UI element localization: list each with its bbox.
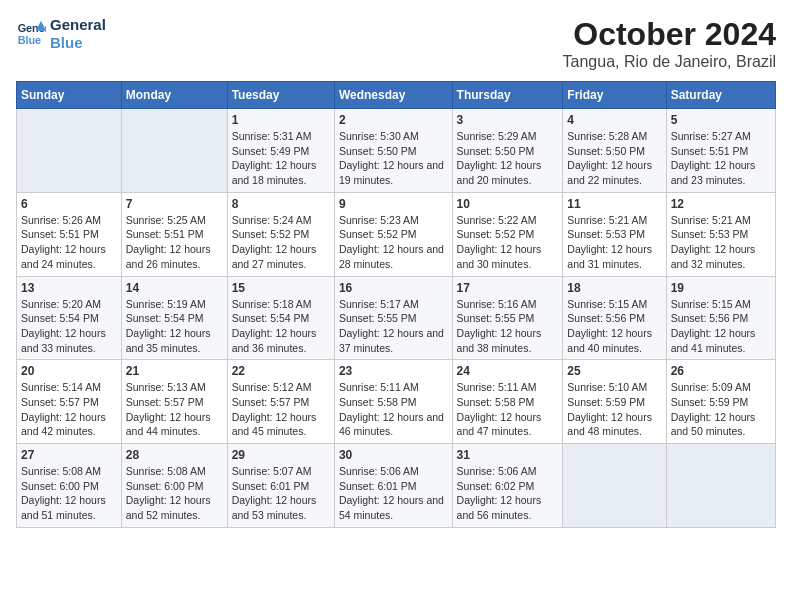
day-info: Sunrise: 5:06 AM Sunset: 6:02 PM Dayligh… [457,464,559,523]
day-number: 5 [671,113,771,127]
day-number: 13 [21,281,117,295]
day-info: Sunrise: 5:22 AM Sunset: 5:52 PM Dayligh… [457,213,559,272]
svg-text:Blue: Blue [18,34,41,46]
day-info: Sunrise: 5:09 AM Sunset: 5:59 PM Dayligh… [671,380,771,439]
day-cell: 31Sunrise: 5:06 AM Sunset: 6:02 PM Dayli… [452,444,563,528]
title-block: October 2024 Tangua, Rio de Janeiro, Bra… [563,16,776,71]
day-info: Sunrise: 5:31 AM Sunset: 5:49 PM Dayligh… [232,129,330,188]
day-info: Sunrise: 5:21 AM Sunset: 5:53 PM Dayligh… [671,213,771,272]
day-info: Sunrise: 5:28 AM Sunset: 5:50 PM Dayligh… [567,129,661,188]
day-number: 24 [457,364,559,378]
day-cell: 4Sunrise: 5:28 AM Sunset: 5:50 PM Daylig… [563,109,666,193]
day-cell: 30Sunrise: 5:06 AM Sunset: 6:01 PM Dayli… [334,444,452,528]
day-number: 1 [232,113,330,127]
day-info: Sunrise: 5:27 AM Sunset: 5:51 PM Dayligh… [671,129,771,188]
day-cell: 21Sunrise: 5:13 AM Sunset: 5:57 PM Dayli… [121,360,227,444]
day-number: 21 [126,364,223,378]
weekday-header-monday: Monday [121,82,227,109]
day-number: 30 [339,448,448,462]
day-cell: 24Sunrise: 5:11 AM Sunset: 5:58 PM Dayli… [452,360,563,444]
day-number: 29 [232,448,330,462]
day-number: 15 [232,281,330,295]
day-info: Sunrise: 5:15 AM Sunset: 5:56 PM Dayligh… [567,297,661,356]
day-info: Sunrise: 5:13 AM Sunset: 5:57 PM Dayligh… [126,380,223,439]
calendar-table: SundayMondayTuesdayWednesdayThursdayFrid… [16,81,776,528]
week-row-2: 6Sunrise: 5:26 AM Sunset: 5:51 PM Daylig… [17,192,776,276]
location: Tangua, Rio de Janeiro, Brazil [563,53,776,71]
day-cell: 13Sunrise: 5:20 AM Sunset: 5:54 PM Dayli… [17,276,122,360]
day-cell [666,444,775,528]
day-info: Sunrise: 5:11 AM Sunset: 5:58 PM Dayligh… [457,380,559,439]
weekday-header-saturday: Saturday [666,82,775,109]
day-info: Sunrise: 5:25 AM Sunset: 5:51 PM Dayligh… [126,213,223,272]
day-info: Sunrise: 5:10 AM Sunset: 5:59 PM Dayligh… [567,380,661,439]
day-cell: 1Sunrise: 5:31 AM Sunset: 5:49 PM Daylig… [227,109,334,193]
day-number: 3 [457,113,559,127]
day-number: 14 [126,281,223,295]
weekday-header-sunday: Sunday [17,82,122,109]
day-info: Sunrise: 5:08 AM Sunset: 6:00 PM Dayligh… [21,464,117,523]
day-cell: 27Sunrise: 5:08 AM Sunset: 6:00 PM Dayli… [17,444,122,528]
day-number: 25 [567,364,661,378]
week-row-3: 13Sunrise: 5:20 AM Sunset: 5:54 PM Dayli… [17,276,776,360]
day-info: Sunrise: 5:30 AM Sunset: 5:50 PM Dayligh… [339,129,448,188]
day-number: 20 [21,364,117,378]
day-info: Sunrise: 5:11 AM Sunset: 5:58 PM Dayligh… [339,380,448,439]
day-number: 26 [671,364,771,378]
weekday-header-thursday: Thursday [452,82,563,109]
day-cell: 8Sunrise: 5:24 AM Sunset: 5:52 PM Daylig… [227,192,334,276]
day-cell: 26Sunrise: 5:09 AM Sunset: 5:59 PM Dayli… [666,360,775,444]
day-number: 16 [339,281,448,295]
day-cell: 14Sunrise: 5:19 AM Sunset: 5:54 PM Dayli… [121,276,227,360]
day-number: 11 [567,197,661,211]
day-cell: 6Sunrise: 5:26 AM Sunset: 5:51 PM Daylig… [17,192,122,276]
day-cell: 29Sunrise: 5:07 AM Sunset: 6:01 PM Dayli… [227,444,334,528]
day-cell: 23Sunrise: 5:11 AM Sunset: 5:58 PM Dayli… [334,360,452,444]
day-info: Sunrise: 5:15 AM Sunset: 5:56 PM Dayligh… [671,297,771,356]
day-info: Sunrise: 5:24 AM Sunset: 5:52 PM Dayligh… [232,213,330,272]
day-number: 4 [567,113,661,127]
day-cell: 28Sunrise: 5:08 AM Sunset: 6:00 PM Dayli… [121,444,227,528]
day-info: Sunrise: 5:20 AM Sunset: 5:54 PM Dayligh… [21,297,117,356]
weekday-header-wednesday: Wednesday [334,82,452,109]
logo-line2: Blue [50,34,106,52]
day-info: Sunrise: 5:06 AM Sunset: 6:01 PM Dayligh… [339,464,448,523]
day-number: 9 [339,197,448,211]
day-cell [17,109,122,193]
day-cell: 5Sunrise: 5:27 AM Sunset: 5:51 PM Daylig… [666,109,775,193]
day-info: Sunrise: 5:16 AM Sunset: 5:55 PM Dayligh… [457,297,559,356]
day-info: Sunrise: 5:19 AM Sunset: 5:54 PM Dayligh… [126,297,223,356]
logo: General Blue General Blue [16,16,106,52]
month-title: October 2024 [563,16,776,53]
day-cell: 11Sunrise: 5:21 AM Sunset: 5:53 PM Dayli… [563,192,666,276]
day-cell: 10Sunrise: 5:22 AM Sunset: 5:52 PM Dayli… [452,192,563,276]
day-number: 8 [232,197,330,211]
day-cell [121,109,227,193]
day-number: 18 [567,281,661,295]
day-number: 7 [126,197,223,211]
day-number: 31 [457,448,559,462]
logo-line1: General [50,16,106,34]
day-cell: 12Sunrise: 5:21 AM Sunset: 5:53 PM Dayli… [666,192,775,276]
page-header: General Blue General Blue October 2024 T… [16,16,776,71]
day-number: 23 [339,364,448,378]
day-cell: 7Sunrise: 5:25 AM Sunset: 5:51 PM Daylig… [121,192,227,276]
weekday-header-friday: Friday [563,82,666,109]
day-cell: 20Sunrise: 5:14 AM Sunset: 5:57 PM Dayli… [17,360,122,444]
day-cell: 19Sunrise: 5:15 AM Sunset: 5:56 PM Dayli… [666,276,775,360]
day-info: Sunrise: 5:17 AM Sunset: 5:55 PM Dayligh… [339,297,448,356]
day-cell: 2Sunrise: 5:30 AM Sunset: 5:50 PM Daylig… [334,109,452,193]
weekday-header-row: SundayMondayTuesdayWednesdayThursdayFrid… [17,82,776,109]
day-cell: 9Sunrise: 5:23 AM Sunset: 5:52 PM Daylig… [334,192,452,276]
day-info: Sunrise: 5:29 AM Sunset: 5:50 PM Dayligh… [457,129,559,188]
day-number: 28 [126,448,223,462]
day-info: Sunrise: 5:18 AM Sunset: 5:54 PM Dayligh… [232,297,330,356]
day-cell: 25Sunrise: 5:10 AM Sunset: 5:59 PM Dayli… [563,360,666,444]
day-number: 22 [232,364,330,378]
day-number: 19 [671,281,771,295]
day-cell: 22Sunrise: 5:12 AM Sunset: 5:57 PM Dayli… [227,360,334,444]
day-cell: 3Sunrise: 5:29 AM Sunset: 5:50 PM Daylig… [452,109,563,193]
day-info: Sunrise: 5:08 AM Sunset: 6:00 PM Dayligh… [126,464,223,523]
day-info: Sunrise: 5:26 AM Sunset: 5:51 PM Dayligh… [21,213,117,272]
week-row-5: 27Sunrise: 5:08 AM Sunset: 6:00 PM Dayli… [17,444,776,528]
